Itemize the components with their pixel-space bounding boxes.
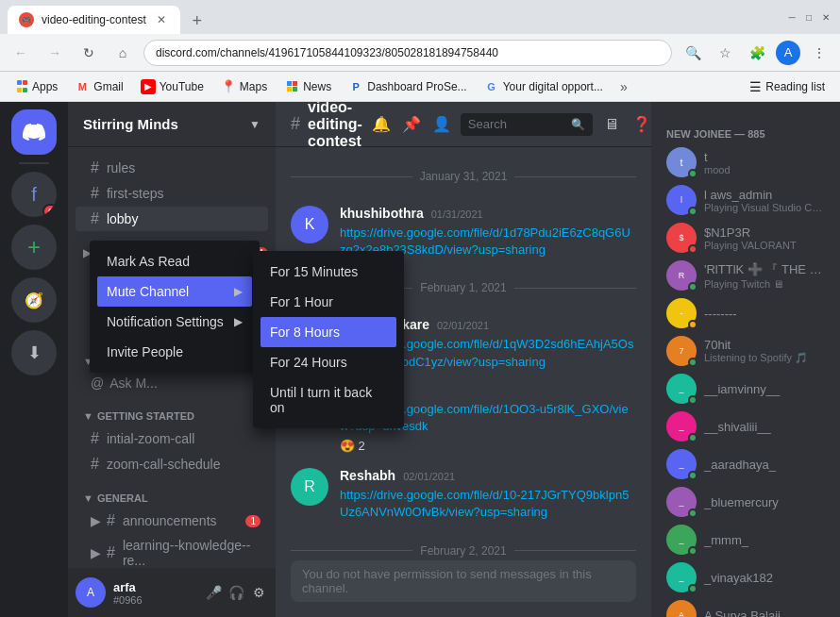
home-button[interactable]: ⌂ [109,40,136,66]
address-input[interactable]: discord.com/channels/419617105844109323/… [143,40,672,66]
message-avatar-khushi: K [291,206,328,243]
submenu-15-min[interactable]: For 15 Minutes [260,257,396,287]
context-menu[interactable]: Mark As Read Mute Channel ▶ Notification… [90,241,260,373]
member-shivaliii[interactable]: _ __shivaliii__ [659,408,832,445]
member-avatar-70hit: 7 [666,336,697,366]
member-avatar-bluemercury: _ [666,487,697,517]
back-button[interactable]: ← [8,40,34,66]
server-icon-f[interactable]: f 6 [11,172,57,217]
tab-favicon: 🎮 [19,12,34,27]
member-dashes[interactable]: - -------- [659,294,832,332]
submenu[interactable]: For 15 Minutes For 1 Hour For 8 Hours Fo… [253,251,404,428]
bookmark-icon[interactable]: ☆ [712,40,738,66]
status-dot-sniper [688,244,697,254]
context-menu-mark-as-read[interactable]: Mark As Read [97,246,252,276]
extensions-icon[interactable]: 🧩 [744,40,770,66]
search-icon[interactable]: 🔍 [680,40,706,66]
channel-category-getting-started[interactable]: ▼ GETTING STARTED [68,395,276,425]
server-icon-add[interactable]: + [11,225,57,270]
bookmark-news[interactable]: News [277,76,339,97]
channel-lobby[interactable]: # lobby [76,207,268,231]
mute-icon[interactable]: 🎤 [204,583,223,602]
submenu-until-off[interactable]: Until I turn it back on [260,377,396,423]
server-icon-explore[interactable]: 🧭 [11,277,57,323]
message-link-reshabh[interactable]: https://drive.google.com/file/d/10-217JG… [340,488,629,519]
member-bluemercury[interactable]: _ _bluemercury [659,483,832,521]
minimize-button[interactable]: ─ [785,10,798,24]
reaction: 😍 2 [340,439,636,453]
channel-announcements[interactable]: ▶ # announcements 1 [76,509,268,533]
search-box[interactable]: Search 🔍 [461,113,593,136]
search-placeholder: Search [468,117,507,131]
announcements-badge: 1 [245,515,260,527]
server-icon-download[interactable]: ⬇ [11,330,57,375]
bookmark-youtube-label: YouTube [160,80,204,93]
close-button[interactable]: ✕ [819,10,832,24]
help-icon[interactable]: ❓ [630,113,651,136]
channel-first-steps[interactable]: # first-steps [76,181,268,206]
submenu-until-off-label: Until I turn it back on [270,385,372,415]
member-name-iamvinny: __iamvinny__ [704,382,825,396]
bookmarks-bar: video-editing-contest Apps M Gmail ▶ You… [0,72,840,102]
member-surya[interactable]: A A Surya Balaji [659,596,832,617]
channel-category-general[interactable]: ▼ GENERAL [68,477,276,508]
channel-rules[interactable]: # rules [76,156,268,180]
submenu-24-hours[interactable]: For 24 Hours [260,347,396,377]
status-dot-aws [688,207,697,216]
server-icon-discord[interactable] [11,109,57,155]
reload-button[interactable]: ↻ [76,40,102,66]
channel-zoom-schedule[interactable]: # zoom-call-schedule [76,452,268,476]
tab-close-button[interactable]: ✕ [154,12,169,27]
bookmark-youtube[interactable]: ▶ YouTube [133,76,211,97]
submenu-8-hours[interactable]: For 8 Hours [260,317,396,347]
member-vinayak[interactable]: _ _vinayak182 [659,559,832,596]
settings-icon[interactable]: ⚙ [249,583,268,602]
member-avatar-aaradhaya: _ [666,449,697,479]
window-controls: ─ □ ✕ [785,10,832,24]
member-iamvinny[interactable]: _ __iamvinny__ [659,370,832,408]
bookmark-apps[interactable]: video-editing-contest Apps [8,77,65,96]
channel-ask-m[interactable]: @ Ask M... [76,372,268,394]
bookmarks-overflow-button[interactable]: » [613,75,635,98]
bell-icon[interactable]: 🔔 [370,113,393,136]
bookmark-digital-label: Your digital opport... [503,80,603,93]
members-icon[interactable]: 👤 [430,113,453,136]
context-menu-notification-settings[interactable]: Notification Settings ▶ [97,307,252,337]
message-avatar-reshabh: R [291,468,328,506]
server-divider [19,162,49,164]
profile-icon[interactable]: A [776,41,800,65]
bookmark-gmail[interactable]: M Gmail [67,76,130,97]
member-mmm[interactable]: _ _mmm_ [659,521,832,559]
pin-icon[interactable]: 📌 [400,113,423,136]
message-content-reshabh: Reshabh 02/01/2021 https://drive.google.… [340,468,636,521]
member-sniper[interactable]: $ $N1P3R Playing VALORANT [659,219,832,257]
submenu-1-hour[interactable]: For 1 Hour [260,287,396,317]
bookmark-maps[interactable]: 📍 Maps [213,76,275,97]
channel-learning[interactable]: ▶ # learning--knowledge--re... [76,534,268,568]
member-aaradhaya[interactable]: _ _aaradhaya_ [659,445,832,483]
maximize-button[interactable]: □ [802,10,815,24]
inbox-icon[interactable]: 🖥 [600,113,623,136]
menu-icon[interactable]: ⋮ [806,40,832,66]
deafen-icon[interactable]: 🎧 [227,583,245,602]
forward-button[interactable]: → [42,40,68,66]
member-70hit[interactable]: 7 70hit Listening to Spotify 🎵 [659,332,832,370]
member-rittik[interactable]: R 'RlTTlK ➕ 『 THE KNI... Playing Twitch … [659,257,832,294]
chat-input[interactable]: You do not have permission to send messa… [291,560,636,602]
bookmark-digital[interactable]: G Your digital opport... [477,76,611,97]
bookmark-dashboard[interactable]: P Dashboard ProSe... [341,76,474,97]
channel-zoom-call[interactable]: # intial-zoom-call [76,426,268,451]
active-tab[interactable]: 🎮 video-editing-contest ✕ [8,6,180,34]
server-header-arrow: ▼ [249,118,260,131]
mute-channel-label: Mute Channel [107,284,189,299]
context-menu-invite-people[interactable]: Invite People [97,337,252,367]
member-t[interactable]: t t mood [659,143,832,181]
context-menu-mute-channel[interactable]: Mute Channel ▶ [97,276,252,307]
new-tab-button[interactable]: + [184,8,210,34]
reading-list-button[interactable]: ☰ Reading list [742,76,832,97]
member-aws-admin[interactable]: l l aws_admin Playing Visual Studio Code [659,181,832,219]
member-info-t: t mood [704,150,825,175]
member-info-surya: A Surya Balaji [704,609,825,618]
server-header[interactable]: Stirring Minds ▼ [68,102,276,147]
member-name-mmm: _mmm_ [704,533,825,547]
